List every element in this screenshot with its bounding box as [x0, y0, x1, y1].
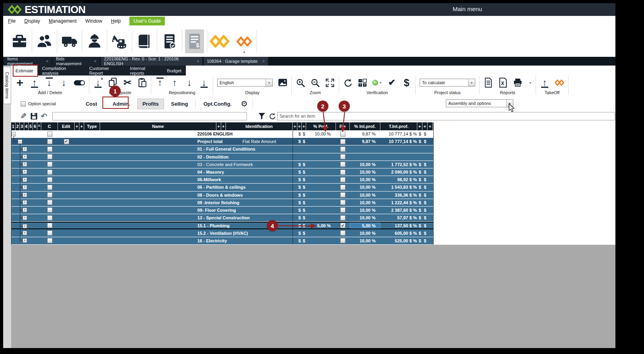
toggle-icon[interactable] — [74, 80, 85, 85]
c-checkbox[interactable] — [47, 185, 52, 190]
dollar-flag-cell[interactable]: $ — [417, 229, 422, 236]
dollar-flag-cell[interactable]: $ — [422, 176, 428, 183]
fix-checkbox[interactable] — [340, 238, 345, 243]
percent-profit-cell[interactable] — [306, 184, 336, 191]
column-header[interactable]: ^ — [37, 122, 41, 130]
column-header[interactable]: 5 — [29, 122, 33, 130]
dollar-flag-cell[interactable]: $ — [302, 130, 306, 137]
filter-funnel-icon[interactable] — [256, 112, 267, 120]
menu-management[interactable]: Management — [49, 18, 77, 24]
column-header[interactable]: + — [75, 122, 79, 130]
chevron-down-icon[interactable]: ▼ — [243, 51, 246, 54]
dollar-flag-cell[interactable]: $ — [422, 138, 428, 145]
menu-window[interactable]: Window — [85, 18, 102, 24]
percent-profit-cell[interactable] — [306, 207, 336, 214]
column-header[interactable]: + — [417, 122, 422, 130]
grid-row[interactable]: +13 - Special Construction$$10,00 %57,97… — [11, 214, 434, 222]
percent-profit-cell[interactable] — [306, 199, 336, 206]
percent-internal-profit-cell[interactable]: 9,87 % — [350, 138, 380, 145]
grid-row[interactable]: +04 - Masonry$$10,00 %2 090,00 $ %$$ — [11, 168, 434, 176]
catalog-items-side-tab[interactable]: Catalog items — [3, 67, 11, 104]
document-tab[interactable]: 108364 : Garage template× — [204, 57, 268, 66]
dollar-flag-cell[interactable]: $ — [417, 130, 422, 137]
column-header[interactable]: 3 — [20, 122, 24, 130]
dollar-flag-cell[interactable]: $ — [297, 176, 302, 183]
dollar-flag-cell[interactable]: $ — [302, 176, 306, 183]
insert-down-icon[interactable]: ↓ — [44, 77, 54, 88]
column-header[interactable]: Edit — [58, 122, 75, 130]
document-tab[interactable]: Bids management× — [53, 57, 100, 66]
fix-checkbox[interactable] — [340, 177, 345, 182]
c-checkbox[interactable] — [47, 238, 52, 243]
estimation-yellow-logo[interactable] — [207, 28, 232, 54]
menu-help[interactable]: Help — [111, 18, 121, 24]
dollar-flag-cell[interactable]: $ — [417, 199, 422, 206]
fix-checkbox[interactable] — [340, 230, 345, 236]
percent-internal-profit-cell[interactable]: 10,00 % — [350, 214, 380, 221]
paste-icon[interactable] — [137, 77, 147, 88]
dollar-flag-cell[interactable]: $ — [297, 138, 302, 145]
collapse-box[interactable]: − — [18, 139, 22, 144]
column-header[interactable]: 2 — [15, 122, 20, 130]
mode-admin-button[interactable]: Admin. — [108, 99, 135, 109]
zoom-out-icon[interactable] — [310, 77, 320, 88]
percent-internal-profit-cell[interactable]: 10,00 % — [350, 161, 380, 168]
fix-checkbox[interactable] — [340, 139, 345, 144]
dollar-flag-cell[interactable]: $ — [417, 176, 422, 183]
main-menu-label[interactable]: Main menu — [453, 6, 482, 12]
expand-box[interactable]: + — [23, 155, 27, 159]
contacts-icon[interactable] — [32, 28, 57, 54]
dollar-flag-cell[interactable]: $ — [297, 184, 302, 191]
c-checkbox[interactable] — [47, 147, 52, 152]
percent-profit-cell[interactable] — [306, 214, 336, 221]
grid-row[interactable]: −Project totalFlat Rate Amount$$9,87 %10… — [11, 138, 434, 145]
fix-checkbox[interactable] — [340, 132, 345, 137]
percent-internal-profit-cell[interactable]: 10,00 % — [350, 199, 380, 206]
percent-internal-profit-cell[interactable]: 5,00 % — [350, 222, 380, 228]
dollar-flag-cell[interactable]: $ — [302, 207, 306, 214]
dollar-flag-cell[interactable]: $ — [297, 207, 302, 214]
mode-selling-button[interactable]: Selling — [166, 99, 193, 109]
dollar-flag-cell[interactable]: $ — [297, 168, 302, 176]
grid-row[interactable]: +09- Floor Covering$$10,00 %2 387,60 $ %… — [11, 207, 434, 214]
takeoff-upload-icon[interactable]: ↑ — [540, 77, 550, 88]
dollar-flag-cell[interactable]: $ — [422, 168, 428, 176]
expand-box[interactable]: + — [23, 238, 27, 243]
expand-box[interactable]: + — [23, 170, 27, 174]
dollar-flag-cell[interactable]: $ — [297, 214, 302, 221]
move-up-icon[interactable]: ↑ — [170, 77, 179, 88]
edit-checkbox[interactable] — [64, 139, 69, 144]
dollar-flag-cell[interactable]: $ — [422, 161, 428, 168]
cut-icon[interactable]: ✂ — [123, 77, 132, 88]
takeoff-logo-icon[interactable] — [555, 77, 564, 88]
tab-internal-reports[interactable]: Internal reports — [125, 66, 162, 75]
menu-users-guide[interactable]: User's Guide — [129, 17, 165, 25]
column-header[interactable]: Name — [100, 122, 216, 130]
c-checkbox[interactable] — [47, 207, 52, 213]
column-header[interactable]: Type — [84, 122, 100, 130]
worker-icon[interactable] — [82, 28, 107, 54]
chevron-down-icon[interactable]: ▼ — [529, 81, 532, 84]
dollar-flag-cell[interactable]: $ — [297, 192, 302, 199]
percent-profit-cell[interactable] — [306, 145, 336, 153]
grid-row[interactable]: +15.1 - Plumbing$$5,00 %5,00 %137,50 $ %… — [11, 222, 434, 229]
column-header[interactable]: + — [297, 122, 302, 130]
expand-box[interactable]: + — [23, 178, 27, 182]
language-dropdown[interactable]: English ▼ — [217, 79, 273, 87]
percent-profit-cell[interactable] — [306, 229, 336, 236]
column-header[interactable]: + — [216, 122, 221, 130]
dollar-flag-cell[interactable] — [302, 145, 306, 153]
column-header[interactable]: % Prof. — [306, 122, 336, 130]
refresh-icon[interactable] — [267, 112, 277, 120]
fix-checkbox[interactable] — [340, 154, 345, 159]
dollar-flag-cell[interactable] — [422, 145, 428, 153]
percent-profit-cell[interactable] — [306, 138, 336, 145]
column-header[interactable]: % Int.prof. — [350, 122, 380, 130]
menu-display[interactable]: Display — [24, 18, 40, 24]
fix-checkbox[interactable] — [340, 162, 345, 167]
grid-row[interactable]: −220106 ENGLISH$$10,00 %9,87 %10 777,14 … — [11, 130, 434, 138]
assembly-options-dropdown[interactable]: Assembly and options ▼ — [446, 99, 513, 107]
c-checkbox[interactable] — [47, 192, 52, 197]
c-checkbox[interactable] — [47, 132, 52, 137]
dollar-flag-cell[interactable] — [297, 145, 302, 153]
